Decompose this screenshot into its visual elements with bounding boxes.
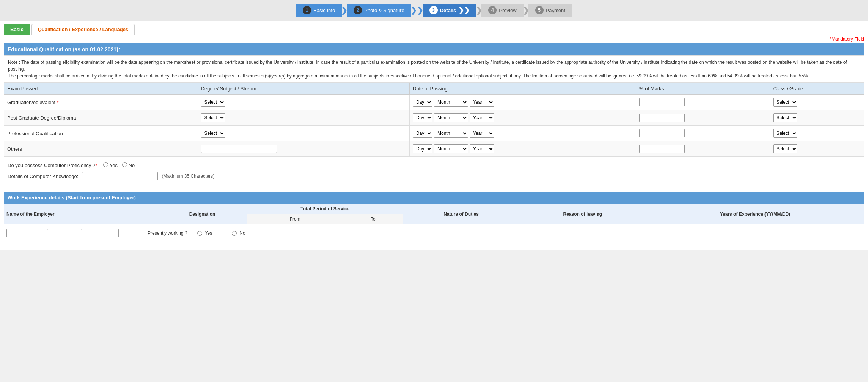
col-to: To <box>343 214 403 224</box>
grade-cell-others[interactable]: Select <box>770 141 864 157</box>
work-table: Name of the Employer Designation Total P… <box>4 204 864 242</box>
day-select-professional[interactable]: Day <box>413 129 432 138</box>
col-total-period: Total Period of Service <box>247 204 403 214</box>
degree-cell-professional[interactable]: Select <box>198 126 409 141</box>
proficiency-yes-label[interactable]: Yes <box>103 162 118 168</box>
table-row: Post Graduate Degree/Diploma Select Day … <box>4 110 864 126</box>
degree-select-graduation[interactable]: Select <box>201 98 225 107</box>
day-select-others[interactable]: Day <box>413 144 432 153</box>
month-select-graduation[interactable]: Month <box>434 98 468 107</box>
degree-text-others[interactable] <box>201 145 277 153</box>
col-date-passing: Date of Passing <box>410 83 636 95</box>
presently-working-label: Presently working ? <box>148 230 187 236</box>
computer-proficiency-row: Do you possess Computer Proficiency ?* Y… <box>8 162 860 168</box>
grade-select-others[interactable]: Select <box>773 144 797 153</box>
knowledge-label: Details of Computer Knowledge: <box>8 174 78 179</box>
arrow-2: ❯❯ <box>410 6 423 15</box>
wizard-step-5[interactable]: 5 Payment <box>528 4 572 17</box>
marks-input-professional[interactable] <box>639 129 685 137</box>
day-select-postgrad[interactable]: Day <box>413 113 432 122</box>
tab-basic[interactable]: Basic <box>4 24 30 35</box>
col-degree: Degree/ Subject / Stream <box>198 83 409 95</box>
month-select-postgrad[interactable]: Month <box>434 113 468 122</box>
step-num-1: 1 <box>303 6 311 14</box>
arrow-3: ❯ <box>476 6 482 15</box>
arrow-4: ❯ <box>523 6 529 15</box>
edu-qual-note: Note : The date of passing eligibility e… <box>4 55 864 83</box>
proficiency-no-radio[interactable] <box>122 162 127 167</box>
grade-cell-professional[interactable]: Select <box>770 126 864 141</box>
wizard-step-1[interactable]: 1 Basic Info <box>296 4 342 17</box>
max-chars-note: (Maximum 35 Characters) <box>162 174 214 179</box>
exam-others: Others <box>4 141 198 157</box>
date-cell-postgrad[interactable]: Day Month Year <box>410 110 636 126</box>
date-cell-others[interactable]: Day Month Year <box>410 141 636 157</box>
presently-yes-option[interactable]: Yes <box>197 230 212 236</box>
year-select-professional[interactable]: Year <box>470 129 494 138</box>
wizard-step-3[interactable]: 3 Details ❯❯ <box>423 4 477 17</box>
grade-select-professional[interactable]: Select <box>773 129 797 138</box>
wizard-bar: 1 Basic Info ❯ 2 Photo & Signature ❯❯ 3 … <box>0 0 868 21</box>
proficiency-no-label[interactable]: No <box>122 162 135 168</box>
grade-cell-postgrad[interactable]: Select <box>770 110 864 126</box>
proficiency-label: Do you possess Computer Proficiency ?* <box>8 163 97 168</box>
col-grade: Class / Grade <box>770 83 864 95</box>
designation-input[interactable] <box>81 229 119 237</box>
step-num-3: 3 <box>429 6 438 14</box>
presently-label <box>6 229 75 237</box>
exam-professional: Professional Qualification <box>4 126 198 141</box>
table-row: Others Day Month Year Select <box>4 141 864 157</box>
col-from: From <box>247 214 343 224</box>
col-marks: % of Marks <box>636 83 770 95</box>
work-section-header: Work Experience details (Start from pres… <box>4 192 864 204</box>
date-cell-professional[interactable]: Day Month Year <box>410 126 636 141</box>
year-select-postgrad[interactable]: Year <box>470 113 494 122</box>
year-select-graduation[interactable]: Year <box>470 98 494 107</box>
required-star: * <box>57 99 59 105</box>
exam-graduation: Graduation/equivalent * <box>4 95 198 110</box>
presently-yes-radio[interactable] <box>197 231 202 236</box>
tab-qualification[interactable]: Qualification / Experience / Languages <box>31 24 135 35</box>
col-designation: Designation <box>157 204 247 224</box>
col-employer: Name of the Employer <box>4 204 157 224</box>
wizard-step-4[interactable]: 4 Preview <box>481 4 523 17</box>
wizard-step-2[interactable]: 2 Photo & Signature <box>347 4 411 17</box>
degree-cell-postgrad[interactable]: Select <box>198 110 409 126</box>
presently-cell: Presently working ? Yes No <box>4 224 864 242</box>
marks-input-graduation[interactable] <box>639 98 685 106</box>
year-select-others[interactable]: Year <box>470 144 494 153</box>
computer-section: Do you possess Computer Proficiency ?* Y… <box>4 157 864 188</box>
marks-input-postgrad[interactable] <box>639 114 685 122</box>
proficiency-yes-radio[interactable] <box>103 162 108 167</box>
content-area: *Mandatory Field Educational Qualificati… <box>0 35 868 250</box>
active-arrow: ❯❯ <box>458 6 470 14</box>
month-select-others[interactable]: Month <box>434 144 468 153</box>
date-cell-graduation[interactable]: Day Month Year <box>410 95 636 110</box>
degree-cell-graduation[interactable]: Select <box>198 95 409 110</box>
proficiency-required: * <box>95 163 97 168</box>
degree-select-postgrad[interactable]: Select <box>201 113 225 122</box>
marks-cell-professional[interactable] <box>636 126 770 141</box>
marks-input-others[interactable] <box>639 145 685 153</box>
presently-no-radio[interactable] <box>232 231 237 236</box>
col-exam-passed: Exam Passed <box>4 83 198 95</box>
grade-select-postgrad[interactable]: Select <box>773 113 797 122</box>
marks-cell-others[interactable] <box>636 141 770 157</box>
presently-no-option[interactable]: No <box>232 230 245 236</box>
marks-cell-graduation[interactable] <box>636 95 770 110</box>
col-reason: Reason of leaving <box>519 204 646 224</box>
presently-row: Presently working ? Yes No <box>6 227 862 240</box>
grade-select-graduation[interactable]: Select <box>773 98 797 107</box>
grade-cell-graduation[interactable]: Select <box>770 95 864 110</box>
knowledge-input[interactable] <box>82 172 158 180</box>
step-num-2: 2 <box>354 6 362 14</box>
marks-cell-postgrad[interactable] <box>636 110 770 126</box>
degree-select-professional[interactable]: Select <box>201 129 225 138</box>
month-select-professional[interactable]: Month <box>434 129 468 138</box>
tabs-bar: Basic Qualification / Experience / Langu… <box>0 21 868 35</box>
day-select-graduation[interactable]: Day <box>413 98 432 107</box>
degree-cell-others[interactable] <box>198 141 409 157</box>
col-years-exp: Years of Experience (YY/MM/DD) <box>646 204 864 224</box>
employer-input[interactable] <box>6 229 48 237</box>
step-label-1: Basic Info <box>313 8 335 13</box>
